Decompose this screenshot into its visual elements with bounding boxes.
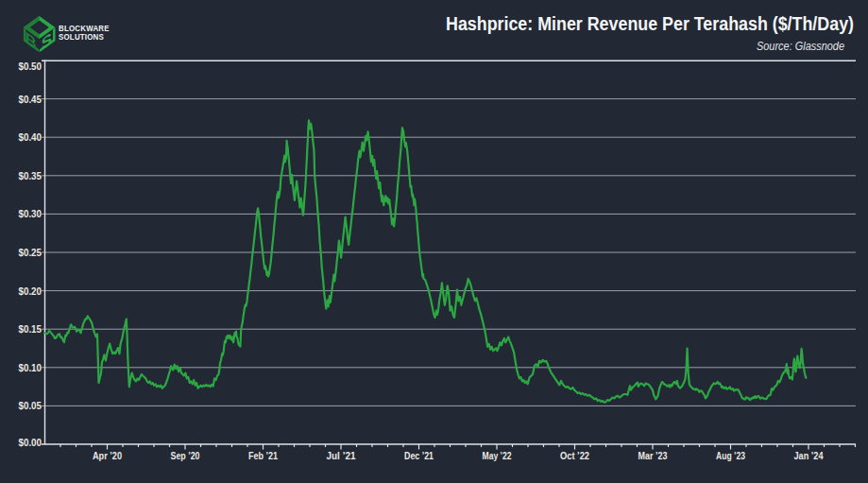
svg-text:$0.25: $0.25 <box>19 247 43 258</box>
svg-text:Dec ’21: Dec ’21 <box>404 450 434 461</box>
svg-text:$0.40: $0.40 <box>19 131 43 143</box>
svg-text:$0.50: $0.50 <box>19 60 43 72</box>
svg-text:$0.00: $0.00 <box>19 437 43 448</box>
svg-text:Aug ’23: Aug ’23 <box>716 450 745 461</box>
svg-text:Oct ’22: Oct ’22 <box>560 450 589 461</box>
svg-text:Apr ’20: Apr ’20 <box>93 450 122 461</box>
svg-text:$0.20: $0.20 <box>19 285 43 297</box>
svg-text:$0.10: $0.10 <box>19 362 43 373</box>
svg-text:$0.35: $0.35 <box>19 170 43 181</box>
svg-text:May ’22: May ’22 <box>483 450 512 461</box>
svg-text:Feb ’21: Feb ’21 <box>248 450 278 461</box>
svg-text:$0.30: $0.30 <box>19 208 43 219</box>
svg-text:$0.05: $0.05 <box>19 400 43 411</box>
svg-text:Mar ’23: Mar ’23 <box>638 450 668 461</box>
svg-text:Jul ’21: Jul ’21 <box>327 450 356 461</box>
svg-text:Sep ’20: Sep ’20 <box>171 450 200 461</box>
svg-text:$0.45: $0.45 <box>19 94 43 105</box>
svg-text:$0.15: $0.15 <box>19 323 43 335</box>
svg-text:Jan ’24: Jan ’24 <box>794 450 825 461</box>
